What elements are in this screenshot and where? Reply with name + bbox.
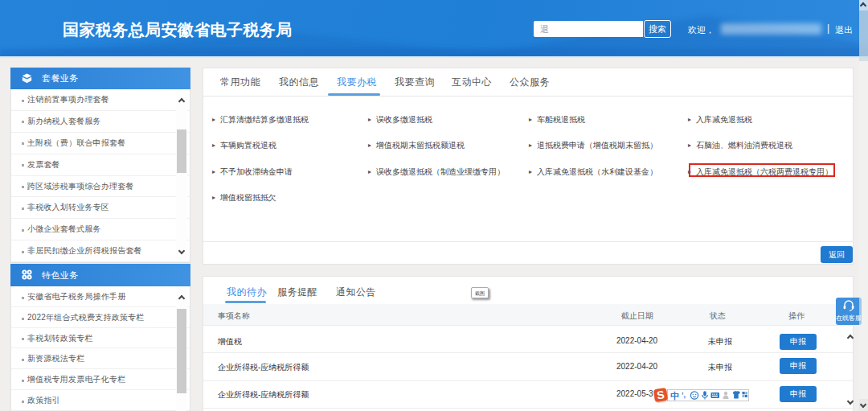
svg-text:中: 中: [670, 391, 679, 401]
svg-text:’,: ’,: [682, 391, 686, 399]
